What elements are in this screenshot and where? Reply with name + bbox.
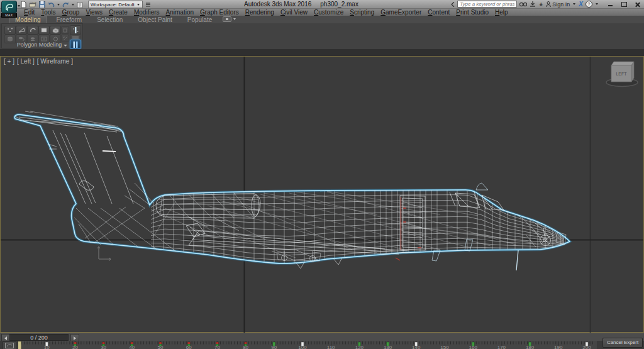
- svg-text:190: 190: [554, 345, 563, 349]
- svg-text:160: 160: [469, 345, 478, 349]
- svg-text:60: 60: [186, 345, 192, 349]
- previous-frame-icon: [4, 336, 7, 340]
- grid-axes: [1, 57, 643, 333]
- open-mini-curve-editor-button[interactable]: [3, 341, 16, 349]
- current-frame-display[interactable]: 0 / 200: [9, 334, 69, 341]
- svg-text:120: 120: [355, 345, 364, 349]
- svg-text:40: 40: [129, 345, 135, 349]
- svg-text:130: 130: [384, 345, 392, 349]
- svg-text:10: 10: [44, 345, 50, 349]
- viewport-label: [ + ] [ Left ] [ Wireframe ]: [4, 58, 73, 65]
- viewport-menu-general[interactable]: [ + ]: [4, 58, 14, 65]
- axis-tripod: [97, 247, 111, 261]
- viewport-scene[interactable]: LEFT: [0, 1, 644, 333]
- application-window: Workspace: Default Autodesk 3ds Max 2016…: [0, 0, 644, 349]
- svg-text:20: 20: [72, 345, 78, 349]
- svg-text:170: 170: [497, 345, 506, 349]
- viewcube-face-label[interactable]: LEFT: [616, 72, 627, 76]
- track-bar-row: 1020304050607080901001101201301401501601…: [0, 341, 644, 349]
- cancel-expert-mode-button[interactable]: Cancel Expert Mode: [602, 338, 643, 348]
- svg-text:200: 200: [582, 345, 591, 349]
- svg-text:90: 90: [271, 345, 277, 349]
- svg-text:140: 140: [412, 345, 421, 349]
- viewport-menu-shading[interactable]: [ Wireframe ]: [37, 58, 73, 65]
- time-control-bar: 0 / 200: [0, 333, 644, 341]
- mini-curve-editor-icon: [5, 343, 14, 348]
- svg-text:70: 70: [214, 345, 220, 349]
- track-bar-ticks: 1020304050607080901001101201301401501601…: [18, 341, 597, 349]
- aircraft-selection-outline: [14, 114, 570, 263]
- svg-text:80: 80: [243, 345, 248, 349]
- svg-text:30: 30: [101, 345, 106, 349]
- viewport-menu-pov[interactable]: [ Left ]: [17, 58, 35, 65]
- 3dsmax-logo-icon: [1, 1, 17, 13]
- svg-text:100: 100: [298, 345, 307, 349]
- svg-text:50: 50: [158, 345, 164, 349]
- next-frame-icon: [74, 336, 76, 340]
- svg-text:110: 110: [327, 345, 335, 349]
- viewport-left-wireframe[interactable]: [ + ] [ Left ] [ Wireframe ]: [0, 56, 644, 333]
- svg-text:180: 180: [526, 345, 535, 349]
- viewcube[interactable]: LEFT: [606, 62, 638, 87]
- svg-text:150: 150: [440, 345, 449, 349]
- app-logo-button[interactable]: MAX: [1, 1, 17, 17]
- track-bar[interactable]: 1020304050607080901001101201301401501601…: [18, 341, 597, 349]
- max-badge: MAX: [1, 13, 17, 18]
